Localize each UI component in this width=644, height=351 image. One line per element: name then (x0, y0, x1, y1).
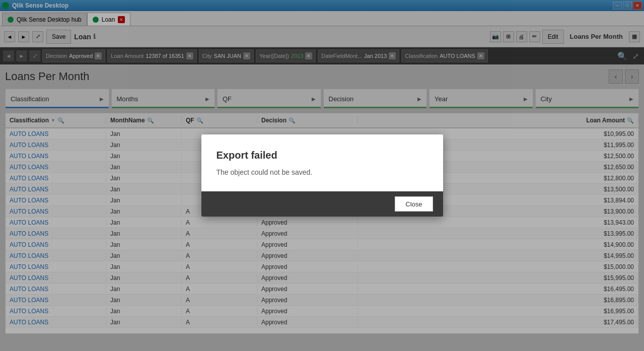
modal-message: The object could not be saved. (217, 168, 428, 176)
modal-overlay: Export failed The object could not be sa… (0, 0, 644, 351)
modal-close-button[interactable]: Close (395, 196, 433, 212)
export-failed-modal: Export failed The object could not be sa… (201, 134, 443, 217)
modal-body: Export failed The object could not be sa… (201, 134, 443, 191)
modal-footer: Close (201, 191, 443, 217)
modal-title: Export failed (217, 150, 428, 161)
